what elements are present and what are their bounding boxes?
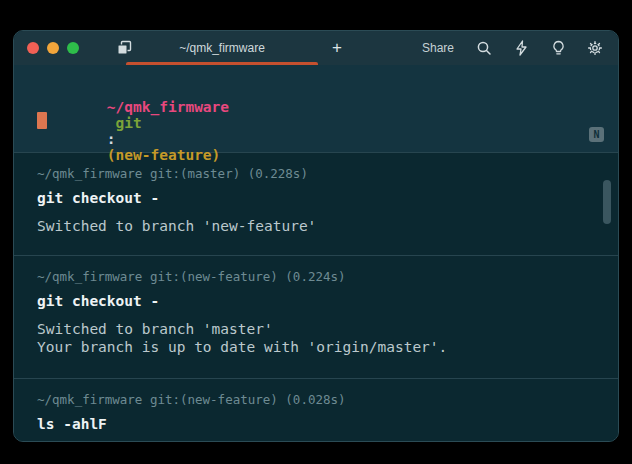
titlebar: ~/qmk_firmware + Share: [14, 31, 618, 65]
text-cursor: [37, 112, 47, 129]
prompt-colon: :: [107, 131, 116, 147]
search-icon[interactable]: [471, 35, 497, 61]
command-block[interactable]: ~/qmk_firmware git:(new-feature) (0.224s…: [14, 255, 618, 378]
block-output-line: Your branch is up to date with 'origin/m…: [37, 338, 595, 356]
zoom-button[interactable]: [67, 42, 79, 54]
block-context: ~/qmk_firmware git:(new-feature) (0.028s…: [37, 392, 595, 407]
close-button[interactable]: [27, 42, 39, 54]
block-context: ~/qmk_firmware git:(new-feature) (0.224s…: [37, 269, 595, 284]
pane-badge: N: [589, 127, 604, 142]
block-command: ls -ahlF: [37, 416, 595, 432]
command-block[interactable]: ~/qmk_firmware git:(new-feature) (0.028s…: [14, 378, 618, 442]
lightning-icon[interactable]: [508, 35, 534, 61]
scrollbar-thumb[interactable]: [603, 180, 611, 224]
gear-icon[interactable]: [582, 35, 608, 61]
lightbulb-icon[interactable]: [545, 35, 571, 61]
titlebar-actions: Share: [416, 31, 608, 65]
block-command: git checkout -: [37, 190, 595, 206]
prompt-line: ~/qmk_firmware git : (new-feature): [37, 83, 229, 179]
prompt-git-word: git: [107, 115, 142, 131]
share-button[interactable]: Share: [416, 37, 460, 59]
block-output-line: Switched to branch 'new-feature': [37, 217, 595, 235]
block-output-line: Switched to branch 'master': [37, 320, 595, 338]
terminal-input[interactable]: ~/qmk_firmware git : (new-feature) N: [14, 65, 618, 152]
terminal-window: ~/qmk_firmware + Share: [13, 30, 619, 442]
tab-qmk-firmware[interactable]: ~/qmk_firmware: [126, 31, 318, 65]
tab-title: ~/qmk_firmware: [179, 41, 265, 55]
prompt-path: ~/qmk_firmware: [107, 99, 229, 115]
minimize-button[interactable]: [47, 42, 59, 54]
new-tab-button[interactable]: +: [320, 31, 354, 65]
traffic-lights: [27, 42, 79, 54]
terminal-content: ~/qmk_firmware git : (new-feature) N ~/q…: [14, 65, 618, 442]
block-command: git checkout -: [37, 293, 595, 309]
prompt-branch: (new-feature): [107, 147, 221, 163]
